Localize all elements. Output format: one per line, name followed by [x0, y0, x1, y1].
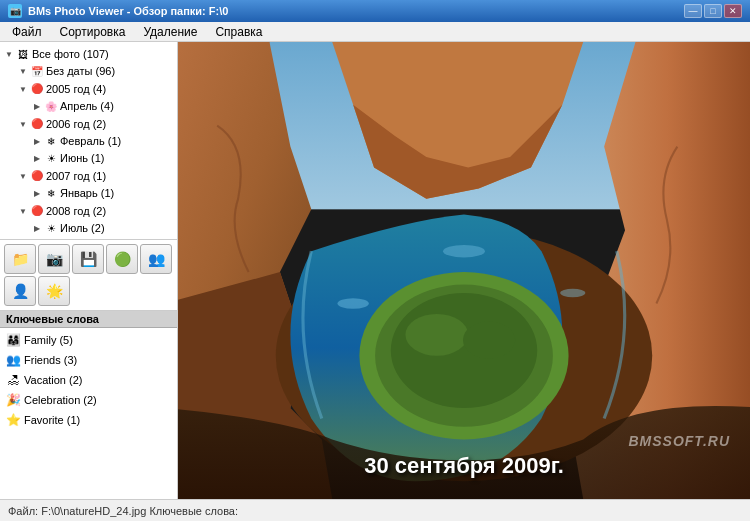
star-button[interactable]: 🌟 [38, 276, 70, 306]
tree-expand-icon[interactable]: ▼ [2, 48, 16, 62]
keyword-label: Vacation (2) [24, 374, 83, 386]
svg-point-8 [463, 321, 515, 359]
tree-item[interactable]: ▶🌸Апрель (4) [2, 98, 175, 115]
tree-node-icon: 🔴 [30, 169, 44, 183]
tree-item[interactable]: ▶☀Июль (2) [2, 220, 175, 237]
tree-node-icon: ❄ [44, 187, 58, 201]
menu-bar: Файл Сортировка Удаление Справка [0, 22, 750, 42]
image-panel: BMSSOFT.RU 30 сентября 2009г. [178, 42, 750, 499]
keyword-item[interactable]: ⭐Favorite (1) [2, 410, 175, 430]
tree-expand-icon[interactable]: ▼ [16, 117, 30, 131]
tree-expand-icon[interactable]: ▶ [30, 222, 44, 236]
tree-expand-icon[interactable]: ▶ [30, 187, 44, 201]
open-folder-button[interactable]: 📁 [4, 244, 36, 274]
tree-node-label: Январь (1) [60, 186, 114, 201]
tree-node-icon: 🌸 [44, 100, 58, 114]
keyword-icon: 👥 [5, 352, 21, 368]
tree-item[interactable]: ▼🔴2005 год (4) [2, 81, 175, 98]
tree-node-label: Июнь (1) [60, 151, 104, 166]
tree-expand-icon[interactable]: ▼ [16, 204, 30, 218]
tree-node-icon: 🔴 [30, 82, 44, 96]
tree-node-icon: 🔴 [30, 117, 44, 131]
keyword-icon: ⭐ [5, 412, 21, 428]
camera-button[interactable]: 📷 [38, 244, 70, 274]
app-icon: 📷 [8, 4, 22, 18]
tree-node-icon: 📅 [30, 65, 44, 79]
tree-item[interactable]: ▼🔴2007 год (1) [2, 168, 175, 185]
svg-point-6 [391, 293, 537, 408]
tree-expand-icon[interactable]: ▶ [30, 135, 44, 149]
tree-view[interactable]: ▼🖼Все фото (107)▼📅Без даты (96)▼🔴2005 го… [0, 42, 177, 240]
title-bar-left: 📷 BMs Photo Viewer - Обзор папки: F:\0 [8, 4, 228, 18]
tree-item[interactable]: ▶❄Январь (1) [2, 185, 175, 202]
tree-item[interactable]: ▼🖼Все фото (107) [2, 46, 175, 63]
keyword-label: Celebration (2) [24, 394, 97, 406]
save-button[interactable]: 💾 [72, 244, 104, 274]
keywords-list[interactable]: 👨‍👩‍👧Family (5)👥Friends (3)🏖Vacation (2)… [0, 328, 177, 500]
green-button[interactable]: 🟢 [106, 244, 138, 274]
tree-expand-icon[interactable]: ▼ [16, 82, 30, 96]
tree-item[interactable]: ▶❄Февраль (1) [2, 133, 175, 150]
keyword-icon: 👨‍👩‍👧 [5, 332, 21, 348]
tree-item[interactable]: ▼🔴2006 год (2) [2, 116, 175, 133]
menu-help[interactable]: Справка [207, 24, 270, 40]
image-date-text: 30 сентября 2009г. [178, 453, 750, 479]
tree-node-label: Апрель (4) [60, 99, 114, 114]
tree-expand-icon[interactable]: ▼ [16, 65, 30, 79]
tree-node-label: 2007 год (1) [46, 169, 106, 184]
people-button[interactable]: 👥 [140, 244, 172, 274]
keyword-label: Family (5) [24, 334, 73, 346]
close-button[interactable]: ✕ [724, 4, 742, 18]
tree-node-label: Июль (2) [60, 221, 105, 236]
keyword-item[interactable]: 👨‍👩‍👧Family (5) [2, 330, 175, 350]
keyword-label: Favorite (1) [24, 414, 80, 426]
tree-node-icon: 🔴 [30, 204, 44, 218]
keyword-item[interactable]: 👥Friends (3) [2, 350, 175, 370]
window-title: BMs Photo Viewer - Обзор папки: F:\0 [28, 5, 228, 17]
menu-file[interactable]: Файл [4, 24, 50, 40]
svg-point-10 [560, 289, 585, 297]
keywords-header: Ключевые слова [0, 311, 177, 328]
watermark-text: BMSSOFT.RU [628, 433, 730, 449]
keyword-label: Friends (3) [24, 354, 77, 366]
svg-point-9 [337, 298, 368, 308]
toolbar-section: 📁📷💾🟢👥👤🌟 [0, 240, 177, 311]
svg-point-11 [443, 245, 485, 258]
tree-node-icon: ☀ [44, 152, 58, 166]
tree-expand-icon[interactable]: ▶ [30, 152, 44, 166]
menu-sort[interactable]: Сортировка [52, 24, 134, 40]
image-canvas [178, 42, 750, 499]
keyword-icon: 🏖 [5, 372, 21, 388]
tree-node-label: 2005 год (4) [46, 82, 106, 97]
tree-node-label: Без даты (96) [46, 64, 115, 79]
title-controls: — □ ✕ [684, 4, 742, 18]
keyword-item[interactable]: 🎉Celebration (2) [2, 390, 175, 410]
tree-item[interactable]: ▼🔴2008 год (2) [2, 203, 175, 220]
person-button[interactable]: 👤 [4, 276, 36, 306]
tree-node-icon: ☀ [44, 222, 58, 236]
keyword-icon: 🎉 [5, 392, 21, 408]
maximize-button[interactable]: □ [704, 4, 722, 18]
status-bar: Файл: F:\0\natureHD_24.jpg Ключевые слов… [0, 499, 750, 521]
status-text: Файл: F:\0\natureHD_24.jpg Ключевые слов… [8, 505, 238, 517]
svg-point-7 [405, 314, 468, 356]
menu-delete[interactable]: Удаление [135, 24, 205, 40]
tree-item[interactable]: ▼📅Без даты (96) [2, 63, 175, 80]
title-bar: 📷 BMs Photo Viewer - Обзор папки: F:\0 —… [0, 0, 750, 22]
tree-expand-icon[interactable]: ▶ [30, 100, 44, 114]
keyword-item[interactable]: 🏖Vacation (2) [2, 370, 175, 390]
tree-item[interactable]: ▶☀Июнь (1) [2, 150, 175, 167]
tree-node-label: 2008 год (2) [46, 204, 106, 219]
main-content: ▼🖼Все фото (107)▼📅Без даты (96)▼🔴2005 го… [0, 42, 750, 499]
tree-expand-icon[interactable]: ▼ [16, 169, 30, 183]
tree-node-label: Февраль (1) [60, 134, 121, 149]
left-panel: ▼🖼Все фото (107)▼📅Без даты (96)▼🔴2005 го… [0, 42, 178, 499]
tree-node-icon: 🖼 [16, 48, 30, 62]
tree-node-label: 2006 год (2) [46, 117, 106, 132]
tree-node-icon: ❄ [44, 135, 58, 149]
tree-node-label: Все фото (107) [32, 47, 109, 62]
keywords-section: Ключевые слова 👨‍👩‍👧Family (5)👥Friends (… [0, 311, 177, 500]
minimize-button[interactable]: — [684, 4, 702, 18]
